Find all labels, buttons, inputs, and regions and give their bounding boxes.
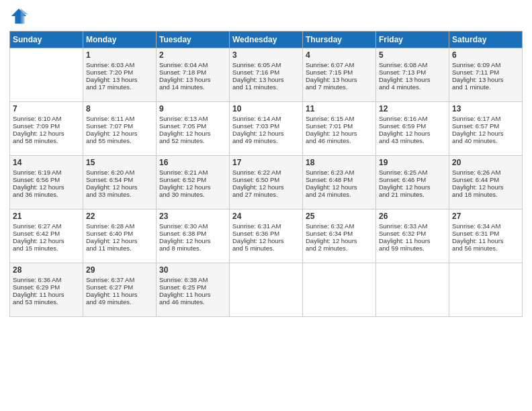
calendar-cell: 28Sunrise: 6:36 AMSunset: 6:29 PMDayligh… (10, 263, 83, 317)
day-info: and 36 minutes. (13, 191, 80, 198)
day-info: Sunset: 7:13 PM (379, 68, 446, 76)
day-info: Sunset: 7:03 PM (232, 122, 300, 130)
day-info: Daylight: 12 hours (13, 237, 80, 244)
day-number: 21 (13, 212, 80, 221)
day-info: and 11 minutes. (86, 244, 153, 252)
day-info: Sunrise: 6:14 AM (232, 115, 300, 122)
day-info: Daylight: 12 hours (379, 130, 446, 137)
day-info: Sunset: 7:20 PM (86, 68, 153, 76)
day-info: Sunrise: 6:07 AM (306, 61, 373, 68)
day-info: Daylight: 13 hours (232, 76, 300, 83)
calendar-cell: 14Sunrise: 6:19 AMSunset: 6:56 PMDayligh… (10, 156, 83, 210)
day-info: Sunset: 6:52 PM (159, 176, 226, 183)
day-info: Sunset: 7:15 PM (306, 68, 373, 76)
day-info: Sunrise: 6:10 AM (13, 115, 80, 122)
day-number: 29 (86, 265, 153, 275)
day-number: 20 (452, 158, 519, 167)
day-info: and 53 minutes. (13, 298, 80, 306)
day-info: Sunset: 7:09 PM (13, 122, 80, 130)
day-info: Sunset: 6:48 PM (306, 176, 373, 183)
day-info: Sunset: 6:42 PM (13, 230, 80, 237)
weekday-header: Sunday (10, 32, 83, 48)
day-info: Sunset: 6:50 PM (232, 176, 300, 183)
day-info: Daylight: 11 hours (452, 237, 519, 244)
day-info: and 55 minutes. (86, 137, 153, 144)
day-info: and 4 minutes. (379, 83, 446, 91)
header-row: SundayMondayTuesdayWednesdayThursdayFrid… (10, 32, 523, 48)
day-info: Sunrise: 6:22 AM (232, 169, 300, 176)
calendar-cell: 29Sunrise: 6:37 AMSunset: 6:27 PMDayligh… (83, 263, 157, 317)
header (9, 7, 523, 26)
day-info: Sunrise: 6:04 AM (159, 61, 226, 68)
day-info: and 49 minutes. (86, 298, 153, 306)
day-info: Sunrise: 6:32 AM (306, 222, 373, 230)
day-info: Daylight: 12 hours (232, 183, 300, 191)
day-info: Daylight: 12 hours (159, 183, 226, 191)
day-info: Sunrise: 6:09 AM (452, 61, 519, 68)
calendar-week-row: 21Sunrise: 6:27 AMSunset: 6:42 PMDayligh… (10, 210, 523, 263)
calendar-cell: 16Sunrise: 6:21 AMSunset: 6:52 PMDayligh… (157, 156, 230, 210)
day-info: Sunset: 6:34 PM (306, 230, 373, 237)
day-info: Sunrise: 6:03 AM (86, 61, 153, 68)
day-info: Sunset: 6:38 PM (159, 230, 226, 237)
calendar-cell: 11Sunrise: 6:15 AMSunset: 7:01 PMDayligh… (303, 102, 376, 156)
day-number: 10 (232, 104, 300, 113)
day-number: 8 (86, 104, 153, 113)
day-number: 3 (232, 50, 300, 60)
day-info: Daylight: 12 hours (159, 130, 226, 137)
calendar-week-row: 14Sunrise: 6:19 AMSunset: 6:56 PMDayligh… (10, 156, 523, 210)
day-number: 30 (159, 265, 226, 275)
day-info: Sunset: 6:40 PM (86, 230, 153, 237)
day-info: Sunrise: 6:11 AM (86, 115, 153, 122)
day-info: and 58 minutes. (13, 137, 80, 144)
day-info: Sunrise: 6:17 AM (452, 115, 519, 122)
day-info: Daylight: 11 hours (379, 237, 446, 244)
day-info: and 21 minutes. (379, 191, 446, 198)
day-info: Daylight: 12 hours (452, 130, 519, 137)
day-info: Sunset: 7:11 PM (452, 68, 519, 76)
day-info: Sunset: 6:36 PM (232, 230, 300, 237)
day-number: 2 (159, 50, 226, 60)
day-info: and 33 minutes. (86, 191, 153, 198)
day-info: Sunset: 6:56 PM (13, 176, 80, 183)
day-info: Daylight: 12 hours (86, 237, 153, 244)
day-info: and 2 minutes. (306, 244, 373, 252)
calendar-cell: 2Sunrise: 6:04 AMSunset: 7:18 PMDaylight… (157, 48, 230, 102)
day-info: Sunset: 6:46 PM (379, 176, 446, 183)
day-info: Sunset: 6:59 PM (379, 122, 446, 130)
day-info: and 18 minutes. (452, 191, 519, 198)
day-info: Daylight: 12 hours (86, 183, 153, 191)
calendar-cell (230, 263, 303, 317)
calendar-table: SundayMondayTuesdayWednesdayThursdayFrid… (9, 31, 523, 317)
calendar-cell: 10Sunrise: 6:14 AMSunset: 7:03 PMDayligh… (230, 102, 303, 156)
day-info: Daylight: 12 hours (86, 130, 153, 137)
calendar-cell: 5Sunrise: 6:08 AMSunset: 7:13 PMDaylight… (376, 48, 449, 102)
day-info: Sunrise: 6:31 AM (232, 222, 300, 230)
day-info: Sunrise: 6:23 AM (306, 169, 373, 176)
calendar-cell: 24Sunrise: 6:31 AMSunset: 6:36 PMDayligh… (230, 210, 303, 263)
calendar-cell: 9Sunrise: 6:13 AMSunset: 7:05 PMDaylight… (157, 102, 230, 156)
day-info: Sunrise: 6:30 AM (159, 222, 226, 230)
day-info: Daylight: 13 hours (306, 76, 373, 83)
day-info: and 40 minutes. (452, 137, 519, 144)
day-number: 18 (306, 158, 373, 167)
day-info: Sunrise: 6:19 AM (13, 169, 80, 176)
day-info: Sunrise: 6:33 AM (379, 222, 446, 230)
day-info: and 46 minutes. (306, 137, 373, 144)
day-info: Sunrise: 6:37 AM (86, 276, 153, 283)
day-info: Daylight: 13 hours (159, 76, 226, 83)
day-number: 9 (159, 104, 226, 113)
day-info: and 1 minute. (452, 83, 519, 91)
day-info: Daylight: 13 hours (86, 76, 153, 83)
calendar-week-row: 7Sunrise: 6:10 AMSunset: 7:09 PMDaylight… (10, 102, 523, 156)
weekday-header: Monday (83, 32, 157, 48)
day-info: Daylight: 13 hours (379, 76, 446, 83)
day-info: Sunset: 7:05 PM (159, 122, 226, 130)
day-info: Sunrise: 6:08 AM (379, 61, 446, 68)
day-info: and 59 minutes. (379, 244, 446, 252)
day-info: and 43 minutes. (379, 137, 446, 144)
day-number: 26 (379, 212, 446, 221)
day-number: 22 (86, 212, 153, 221)
calendar-cell: 17Sunrise: 6:22 AMSunset: 6:50 PMDayligh… (230, 156, 303, 210)
weekday-header: Thursday (303, 32, 376, 48)
